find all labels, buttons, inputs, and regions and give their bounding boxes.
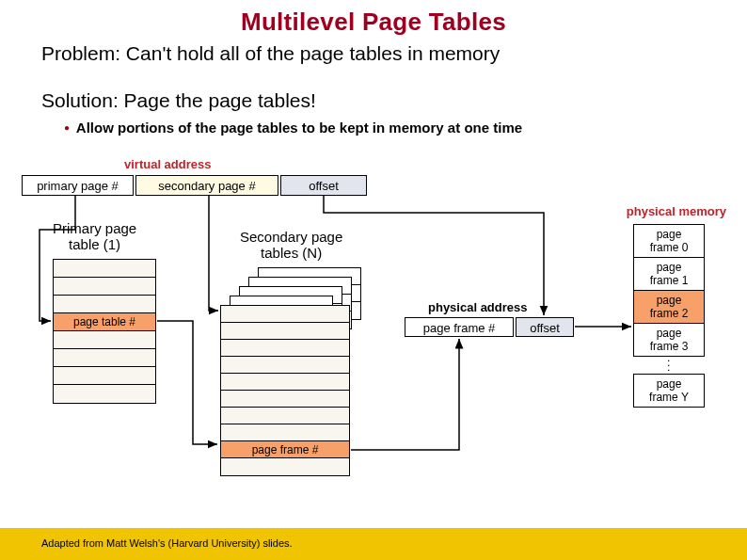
physical-memory-column: page frame 0page frame 1page frame 2page… — [633, 224, 705, 408]
physical-memory-label: physical memory — [627, 204, 726, 218]
footer-bar: Adapted from Matt Welsh's (Harvard Unive… — [0, 528, 747, 560]
solution-text: Solution: Page the page tables! — [41, 89, 747, 112]
footer-text: Adapted from Matt Welsh's (Harvard Unive… — [41, 537, 293, 549]
secondary-page-table-front: page frame # — [220, 305, 350, 476]
pa-frame-cell: page frame # — [405, 317, 514, 337]
secondary-tables-label: Secondary page tables (N) — [240, 229, 342, 261]
bullet-text: Allow portions of the page tables to be … — [64, 120, 747, 136]
va-secondary-cell: secondary page # — [135, 175, 278, 196]
va-primary-cell: primary page # — [22, 175, 134, 196]
secondary-page-tables-stack: page frame # — [220, 267, 361, 472]
primary-page-table: page table # — [53, 259, 156, 404]
physical-address-label: physical address — [428, 300, 528, 314]
slide-title: Multilevel Page Tables — [0, 0, 747, 37]
primary-table-label: Primary page table (1) — [53, 220, 136, 252]
virtual-address-label: virtual address — [124, 157, 212, 171]
pa-offset-cell: offset — [516, 317, 574, 337]
problem-text: Problem: Can't hold all of the page tabl… — [41, 42, 747, 65]
va-offset-cell: offset — [280, 175, 367, 196]
